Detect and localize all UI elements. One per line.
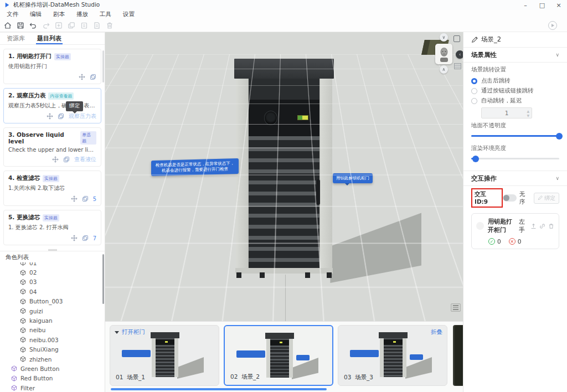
add-scene-icon[interactable] bbox=[55, 22, 63, 29]
role-item[interactable]: Green Button bbox=[0, 364, 105, 373]
layer-list-icon[interactable] bbox=[451, 303, 461, 312]
role-item[interactable]: Red Button bbox=[0, 374, 105, 383]
tab-question-list[interactable]: 题目列表 bbox=[37, 33, 61, 44]
copy-icon[interactable] bbox=[82, 235, 89, 241]
role-list-scrollbar[interactable] bbox=[102, 254, 104, 304]
question-list: 1. 用钥匙打开门 实操题 使用钥匙打开门 2. 观察压力表 内容查看题 观察压… bbox=[0, 45, 105, 245]
delay-seconds-input[interactable]: 1 ▲▼ bbox=[481, 107, 532, 118]
filmstrip-scrollbar[interactable] bbox=[111, 388, 327, 390]
move-icon[interactable] bbox=[79, 74, 85, 80]
bind-button[interactable]: 绑定 bbox=[534, 193, 559, 204]
role-item[interactable]: 03 bbox=[0, 277, 105, 287]
copy-icon[interactable] bbox=[63, 156, 70, 163]
bound-target-link[interactable]: 观察压力表 bbox=[69, 112, 96, 120]
scene-group-header[interactable]: 打开柜门 bbox=[115, 328, 145, 336]
toggle-knob bbox=[503, 195, 509, 201]
copy-icon[interactable] bbox=[58, 113, 64, 120]
ground-opacity-slider[interactable] bbox=[471, 135, 559, 137]
play-preview-button[interactable] bbox=[548, 21, 557, 30]
move-icon[interactable] bbox=[52, 156, 59, 163]
role-name: 02 bbox=[29, 269, 37, 276]
close-button[interactable]: × bbox=[550, 0, 567, 10]
delete-icon[interactable] bbox=[106, 22, 114, 29]
viewport-3d[interactable]: 检查机器是否是正常状态，在异常状态下，机器会进行报警，需要进行开门检查 用钥匙解… bbox=[105, 32, 463, 321]
radio-auto-jump[interactable]: 自动跳转，延迟 bbox=[471, 96, 559, 106]
role-item[interactable]: Button_003 bbox=[0, 297, 105, 306]
trash-icon[interactable] bbox=[548, 223, 554, 229]
minimize-button[interactable]: – bbox=[517, 0, 534, 10]
move-icon[interactable] bbox=[71, 235, 78, 241]
interaction-section[interactable]: 交互操作 ∨ bbox=[471, 171, 559, 185]
role-name: 01 bbox=[29, 262, 37, 266]
link-icon[interactable] bbox=[539, 223, 545, 229]
question-card-5[interactable]: 5. 更换滤芯 实操题 1. 更换滤芯 2. 打开水阀 7 bbox=[3, 210, 101, 245]
slider-knob[interactable] bbox=[472, 156, 479, 162]
edit-pencil-icon[interactable] bbox=[471, 37, 478, 43]
paste-icon[interactable] bbox=[80, 22, 88, 29]
role-item[interactable]: neibu.003 bbox=[0, 335, 105, 344]
upload-icon[interactable] bbox=[530, 223, 537, 229]
copy-icon[interactable] bbox=[90, 74, 96, 80]
radio-button-link-jump[interactable]: 通过按钮或链接跳转 bbox=[471, 86, 559, 96]
question-title: 2. 观察压力表 bbox=[8, 92, 45, 100]
question-list-scrollbar[interactable] bbox=[102, 50, 104, 82]
menu-item[interactable]: 工具 bbox=[100, 11, 111, 18]
scene-thumb-1[interactable]: 打开柜门 01 场景_1 bbox=[110, 325, 219, 386]
collapse-link[interactable]: 折叠 bbox=[431, 328, 442, 336]
unlock-door-label[interactable]: 用钥匙解锁机柜门 bbox=[333, 173, 373, 183]
role-item[interactable]: 01 bbox=[0, 262, 105, 267]
pressure-gauge[interactable] bbox=[264, 111, 277, 125]
radio-click-jump[interactable]: 点击后跳转 bbox=[471, 76, 559, 86]
copy-icon[interactable] bbox=[82, 195, 89, 202]
menu-item[interactable]: 编辑 bbox=[30, 11, 42, 18]
role-item[interactable]: guizi bbox=[0, 306, 105, 316]
view-grid-icon[interactable] bbox=[454, 63, 461, 69]
bound-target-link[interactable]: 查看液位 bbox=[74, 156, 96, 163]
pencil-icon bbox=[538, 195, 543, 200]
server-cabinet-model[interactable] bbox=[235, 59, 333, 278]
redo-icon[interactable] bbox=[42, 22, 50, 29]
cube-icon bbox=[20, 279, 26, 285]
question-card-2[interactable]: 2. 观察压力表 内容查看题 观察压力表5秒以上，确认压力表没有… 绑定 观察压… bbox=[3, 88, 101, 123]
maximize-button[interactable]: □ bbox=[534, 0, 550, 10]
role-item[interactable]: kaiguan bbox=[0, 316, 105, 325]
role-item[interactable]: Filter bbox=[0, 383, 105, 392]
scene-properties-section[interactable]: 场景属性 ∨ bbox=[471, 48, 559, 62]
door-handle[interactable] bbox=[316, 179, 320, 205]
spinner-icons[interactable]: ▲▼ bbox=[527, 109, 529, 118]
document-icon[interactable] bbox=[93, 22, 101, 29]
menu-item[interactable]: 剧本 bbox=[53, 11, 65, 18]
scene-thumb-partial[interactable] bbox=[453, 325, 463, 386]
role-item[interactable]: zhizhen bbox=[0, 354, 105, 364]
role-item[interactable]: 04 bbox=[0, 287, 105, 296]
role-item[interactable]: 02 bbox=[0, 267, 105, 277]
scene-thumb-3[interactable]: 折叠 03 场景_3 bbox=[338, 325, 447, 386]
rotate-left-button[interactable]: ‹ bbox=[456, 50, 463, 59]
move-icon[interactable] bbox=[71, 195, 78, 202]
question-card-3[interactable]: 3. Observe liquid level 单选题 Check the up… bbox=[3, 127, 101, 167]
slider-knob[interactable] bbox=[556, 133, 563, 140]
ordered-toggle[interactable] bbox=[503, 194, 517, 202]
env-brightness-slider[interactable] bbox=[471, 158, 559, 159]
scene-thumb-2-selected[interactable]: 02 场景_2 bbox=[224, 325, 333, 386]
reset-view-icon[interactable] bbox=[453, 35, 460, 42]
role-item[interactable]: ShuiXiang bbox=[0, 345, 105, 354]
move-icon[interactable] bbox=[47, 113, 53, 120]
home-icon[interactable] bbox=[4, 22, 12, 29]
duplicate-icon[interactable] bbox=[68, 22, 75, 29]
drag-dot[interactable] bbox=[476, 222, 484, 230]
role-item[interactable]: neibu bbox=[0, 326, 105, 335]
menu-item[interactable]: 播放 bbox=[76, 11, 88, 18]
question-card-1[interactable]: 1. 用钥匙打开门 实操题 使用钥匙打开门 bbox=[3, 49, 101, 84]
machine-info-label[interactable]: 检查机器是否是正常状态，在异常状态下，机器会进行报警，需要进行开门检查 bbox=[151, 158, 239, 176]
undo-icon[interactable] bbox=[29, 22, 37, 29]
rotate-down-button[interactable]: ∧ bbox=[440, 65, 448, 74]
rotate-up-button[interactable]: ∨ bbox=[440, 33, 448, 42]
save-icon[interactable] bbox=[17, 22, 24, 29]
menu-item[interactable]: 文件 bbox=[7, 11, 18, 18]
tab-resource-library[interactable]: 资源库 bbox=[7, 33, 25, 44]
question-card-4[interactable]: 4. 检查滤芯 实操题 1.关闭水阀 2.取下滤芯 5 bbox=[3, 171, 101, 206]
menu-item[interactable]: 设置 bbox=[123, 11, 135, 18]
view-gizmo-avatar[interactable] bbox=[435, 44, 452, 64]
interaction-action-card[interactable]: 用钥匙打开柜门 左手 ✓ 0 ✕ 0 bbox=[471, 213, 559, 249]
